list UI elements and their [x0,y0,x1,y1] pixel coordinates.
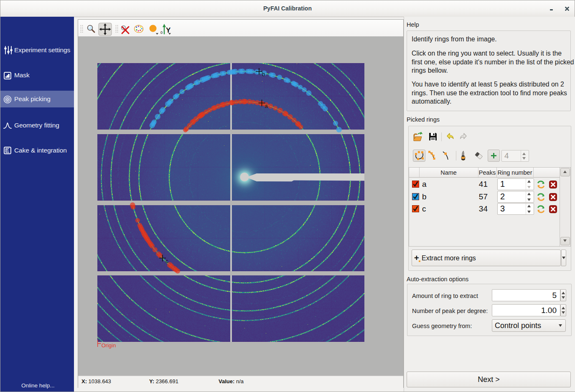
svg-text:0: 0 [160,31,163,35]
